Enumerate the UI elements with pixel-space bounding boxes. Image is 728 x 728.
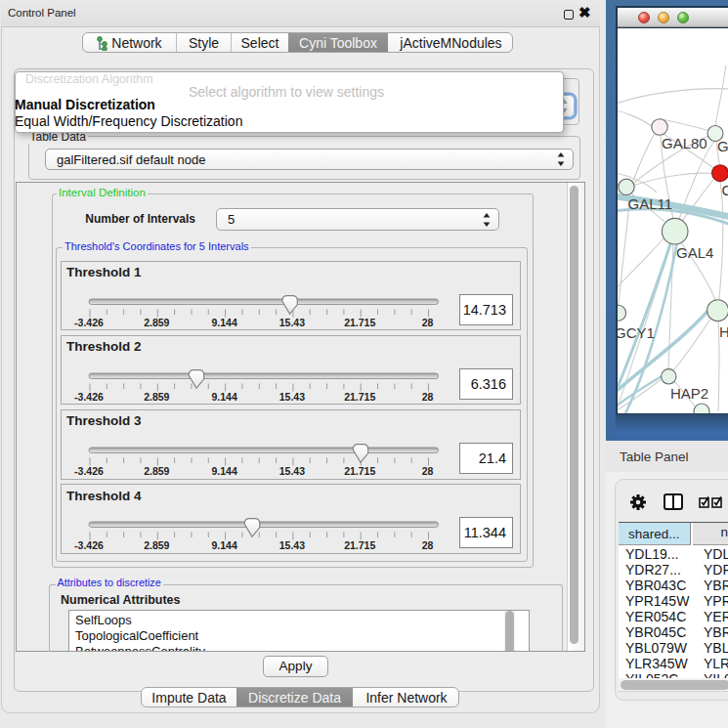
svg-text:GAL4: GAL4 xyxy=(676,243,713,260)
svg-text:C: C xyxy=(722,181,728,197)
svg-text:H: H xyxy=(719,323,728,340)
svg-text:GA: GA xyxy=(717,138,728,154)
svg-text:GAL11: GAL11 xyxy=(628,194,673,211)
svg-text:GAL80: GAL80 xyxy=(662,134,707,150)
svg-text:HAP2: HAP2 xyxy=(670,384,708,401)
svg-text:GCY1: GCY1 xyxy=(618,324,655,341)
